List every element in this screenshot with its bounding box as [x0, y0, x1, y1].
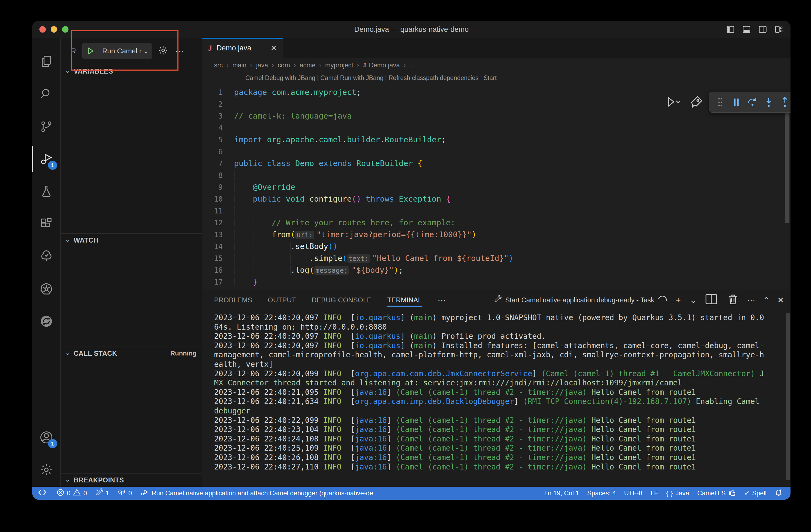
line-number: 13 — [202, 231, 234, 239]
status-spell[interactable]: ✓Spell — [740, 487, 770, 500]
panel-tab-problems[interactable]: PROBLEMS — [214, 290, 252, 310]
panel-action-terminal-profile-chevron[interactable]: ⌄ — [690, 295, 697, 305]
breadcrumb-separator: › — [403, 61, 406, 69]
section-header[interactable]: ⌄VARIABLES — [61, 65, 202, 78]
breadcrumb-item-java[interactable]: java — [256, 61, 268, 69]
status-text: UTF-8 — [624, 489, 642, 497]
panel-action-new-terminal[interactable]: ＋ — [674, 295, 683, 306]
activity-item-search[interactable] — [32, 81, 60, 107]
terminal-output[interactable]: 2023-12-06 22:40:20,097 INFO [io.quarkus… — [214, 313, 780, 485]
debug-toolbar-step-into[interactable] — [761, 94, 777, 111]
codelens-actions[interactable]: Camel Debug with JBang | Camel Run with … — [245, 74, 496, 82]
configure-gear-icon[interactable] — [158, 45, 168, 57]
breadcrumb-item-acme[interactable]: acme — [300, 61, 316, 69]
section-header[interactable]: ⌄BREAKPOINTS — [61, 473, 202, 486]
toggle-panel-icon[interactable] — [742, 25, 751, 34]
code-line: 17 } — [202, 276, 791, 288]
activity-item-source-control[interactable] — [32, 114, 60, 140]
chevron-down-icon: ⌄ — [143, 47, 152, 55]
activity-badge: 1 — [48, 439, 57, 448]
window-title: Demo.java — quarkus-native-demo — [32, 25, 791, 34]
launch-configuration-dropdown[interactable]: Run Camel r ⌄ — [82, 43, 152, 59]
debug-toolbar-drag-handle — [712, 94, 728, 111]
editor-action-camel-run[interactable] — [689, 95, 703, 110]
sidebar-section-call-stack: ⌄CALL STACKRunning — [61, 347, 202, 473]
breadcrumb-separator: › — [250, 61, 253, 69]
debug-toolbar-pause[interactable] — [728, 94, 745, 111]
breadcrumb-item-myproject[interactable]: myproject — [325, 61, 353, 69]
debug-toolbar-step-over[interactable] — [745, 94, 761, 111]
activity-item-explorer[interactable] — [32, 48, 60, 74]
status-tasks[interactable]: 1 — [91, 487, 113, 500]
terminal-task-item[interactable]: Start Camel native application debug-rea… — [493, 295, 667, 305]
section-header[interactable]: ⌄CALL STACKRunning — [61, 347, 202, 360]
status-text: Spell — [752, 489, 766, 497]
status-ports[interactable]: 0 — [113, 487, 136, 500]
breadcrumb-item-main[interactable]: main — [232, 61, 246, 69]
status-debug-session[interactable]: Run Camel native application and attach … — [136, 487, 377, 500]
line-number: 14 — [202, 242, 234, 251]
status-remote[interactable] — [32, 487, 52, 500]
panel-action-split-terminal[interactable] — [704, 292, 718, 308]
activity-bar: 11 — [32, 38, 61, 487]
minimize-window-button[interactable] — [51, 26, 57, 33]
sidebar-section-watch: ⌄WATCH — [61, 233, 202, 347]
section-header[interactable]: ⌄WATCH — [61, 234, 202, 247]
status-language-mode[interactable]: { }Java — [662, 487, 693, 500]
chevron-down-icon: ⌄ — [65, 236, 71, 244]
toggle-sidebar-icon[interactable] — [726, 25, 735, 34]
panel-action-panel-more[interactable]: ⋯ — [747, 295, 755, 305]
breadcrumb-item-com[interactable]: com — [278, 61, 290, 69]
editor-tab-bar: J Demo.java ✕ — [202, 38, 791, 58]
code-line: 11 — [202, 205, 791, 217]
section-title: VARIABLES — [74, 67, 113, 75]
status-eol[interactable]: LF — [646, 487, 662, 500]
activity-item-settings[interactable] — [32, 457, 60, 483]
status-encoding[interactable]: UTF-8 — [620, 487, 646, 500]
status-text: LF — [651, 489, 658, 497]
code-line: 10 public void configure() throws Except… — [202, 193, 791, 205]
terminal-line: 2023-12-06 22:40:24,108 INFO [java:16] (… — [214, 435, 780, 444]
panel-tabs-more-icon[interactable]: ⋯ — [438, 295, 446, 305]
panel-action-maximize-panel[interactable]: ⌃ — [763, 295, 770, 305]
panel-action-close-panel[interactable]: ✕ — [777, 295, 784, 305]
vscode-window: Demo.java — quarkus-native-demo 11 R. Ru… — [32, 21, 791, 500]
panel-tab-debug-console[interactable]: DEBUG CONSOLE — [312, 290, 371, 310]
status-errors-warnings[interactable]: 00 — [52, 487, 91, 500]
activity-item-kubernetes[interactable] — [32, 276, 60, 302]
status-text: 1 — [106, 489, 109, 497]
activity-item-extensions[interactable] — [32, 211, 60, 237]
breadcrumb-item-Demojava[interactable]: JDemo.java — [363, 61, 400, 69]
zoom-window-button[interactable] — [62, 26, 68, 33]
activity-item-project-tree[interactable] — [32, 243, 60, 269]
panel-tab-terminal[interactable]: TERMINAL — [387, 290, 422, 310]
status-indentation[interactable]: Spaces: 4 — [583, 487, 620, 500]
toggle-secondary-sidebar-icon[interactable] — [758, 25, 767, 34]
tab-demo-java[interactable]: J Demo.java ✕ — [202, 38, 283, 58]
panel-action-kill-terminal[interactable] — [726, 292, 740, 308]
close-tab-icon[interactable]: ✕ — [271, 44, 277, 52]
close-window-button[interactable] — [40, 26, 46, 33]
editor-scrollbar[interactable] — [785, 113, 790, 223]
editor-action-run-file[interactable] — [666, 96, 681, 108]
status-cursor-position[interactable]: Ln 19, Col 1 — [540, 487, 583, 500]
status-notifications[interactable] — [770, 487, 787, 500]
code-editor[interactable]: Camel Debug with JBang | Camel Run with … — [202, 72, 791, 290]
panel-tab-output[interactable]: OUTPUT — [268, 290, 296, 310]
customize-layout-icon[interactable] — [774, 25, 783, 34]
activity-item-run-debug[interactable]: 1 — [32, 146, 60, 172]
status-camel-ls[interactable]: Camel LS — [693, 487, 740, 500]
line-number: 17 — [202, 278, 234, 286]
breadcrumb-item-[interactable]: ... — [410, 61, 415, 69]
debug-toolbar-step-out[interactable] — [777, 94, 791, 111]
chevron-down-icon: ⌄ — [65, 349, 71, 357]
terminal-scrollbar[interactable] — [786, 313, 790, 480]
line-number: 10 — [202, 195, 234, 203]
breadcrumb-item-src[interactable]: src — [214, 61, 223, 69]
code-text: @Override — [234, 183, 295, 192]
activity-item-testing[interactable] — [32, 178, 60, 204]
views-more-icon[interactable]: ⋯ — [175, 46, 185, 56]
activity-item-openshift[interactable] — [32, 308, 60, 334]
start-debug-icon[interactable] — [82, 43, 98, 59]
activity-item-accounts[interactable]: 1 — [32, 424, 60, 450]
